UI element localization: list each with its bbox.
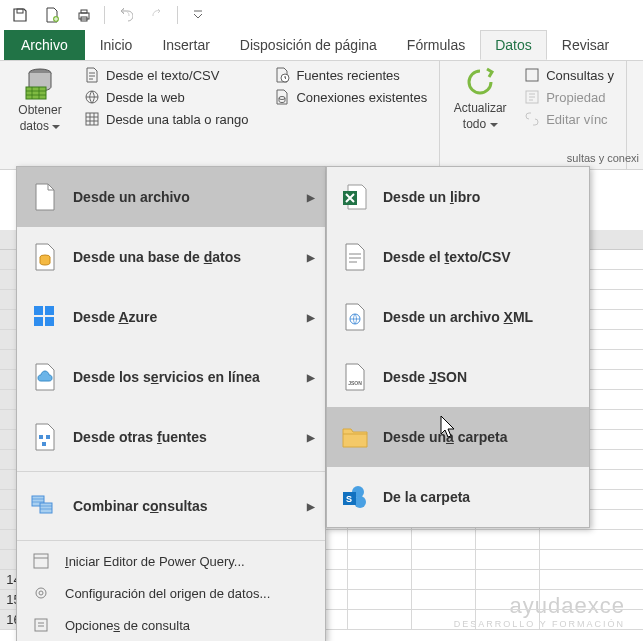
chevron-right-icon: ▶ — [307, 192, 315, 203]
group-queries-connections: Actualizar todo Consultas y Propiedad Ed… — [440, 61, 627, 169]
chevron-down-icon — [193, 10, 203, 20]
properties-button[interactable]: Propiedad — [520, 87, 618, 107]
separator — [104, 6, 105, 24]
excel-file-icon — [341, 183, 369, 211]
menu-data-source-settings[interactable]: Configuración del origen de datos... — [17, 577, 325, 609]
file-text-icon — [84, 67, 100, 83]
redo-button[interactable] — [143, 2, 171, 28]
tab-page-layout[interactable]: Disposición de página — [225, 30, 392, 60]
undo-button[interactable] — [111, 2, 139, 28]
separator — [17, 540, 325, 541]
get-data-shortcuts-2: Fuentes recientes Conexiones existentes — [270, 65, 431, 167]
text-file-icon — [341, 243, 369, 271]
ribbon: Obtener datos Desde el texto/CSV Desde l… — [0, 60, 643, 170]
gear-icon — [31, 583, 51, 603]
from-web-button[interactable]: Desde la web — [80, 87, 252, 107]
menu-from-file[interactable]: Desde un archivo ▶ — [17, 167, 325, 227]
tab-data[interactable]: Datos — [480, 30, 547, 60]
get-data-menu: Desde un archivo ▶ Desde una base de dat… — [16, 166, 326, 641]
group-label: sultas y conexi — [567, 152, 639, 164]
refresh-all-button[interactable]: Actualizar todo — [448, 65, 512, 167]
database-file-icon — [31, 243, 59, 271]
undo-icon — [117, 7, 133, 23]
menu-query-options[interactable]: Opciones de consulta — [17, 609, 325, 641]
svg-rect-19 — [46, 435, 50, 439]
svg-rect-14 — [34, 306, 43, 315]
file-icon — [31, 183, 59, 211]
svg-rect-8 — [86, 113, 98, 125]
pq-editor-icon — [31, 551, 51, 571]
svg-rect-11 — [526, 69, 538, 81]
refresh-icon — [463, 65, 497, 99]
svg-rect-18 — [39, 435, 43, 439]
submenu-from-text-csv[interactable]: Desde el texto/CSV — [327, 227, 589, 287]
submenu-from-folder[interactable]: Desde una carpeta — [327, 407, 589, 467]
menu-launch-pq-editor[interactable]: Iniciar Editor de Power Query... — [17, 545, 325, 577]
quick-print-button[interactable] — [70, 2, 98, 28]
from-table-button[interactable]: Desde una tabla o rango — [80, 109, 252, 129]
other-sources-icon — [31, 423, 59, 451]
queries-icon — [524, 67, 540, 83]
options-icon — [31, 615, 51, 635]
menu-from-other-sources[interactable]: Desde otras fuentes ▶ — [17, 407, 325, 467]
menu-from-database[interactable]: Desde una base de datos ▶ — [17, 227, 325, 287]
customize-qat-button[interactable] — [184, 2, 212, 28]
submenu-from-workbook[interactable]: Desde un libro — [327, 167, 589, 227]
tab-formulas[interactable]: Fórmulas — [392, 30, 480, 60]
chevron-right-icon: ▶ — [307, 372, 315, 383]
svg-point-24 — [36, 588, 46, 598]
get-data-button[interactable]: Obtener datos — [8, 65, 72, 167]
submenu-from-sharepoint-folder[interactable]: S De la carpeta — [327, 467, 589, 527]
from-file-submenu: Desde un libro Desde el texto/CSV Desde … — [326, 166, 590, 528]
separator — [17, 471, 325, 472]
menu-combine-queries[interactable]: Combinar consultas ▶ — [17, 476, 325, 536]
menu-from-azure[interactable]: Desde Azure ▶ — [17, 287, 325, 347]
queries-connections-button[interactable]: Consultas y — [520, 65, 618, 85]
get-data-shortcuts: Desde el texto/CSV Desde la web Desde un… — [80, 65, 252, 167]
existing-connections-button[interactable]: Conexiones existentes — [270, 87, 431, 107]
save-button[interactable] — [6, 2, 34, 28]
svg-rect-3 — [81, 10, 87, 13]
submenu-from-xml[interactable]: Desde un archivo XML — [327, 287, 589, 347]
print-icon — [76, 7, 92, 23]
chevron-right-icon: ▶ — [307, 432, 315, 443]
group-get-transform: Obtener datos Desde el texto/CSV Desde l… — [0, 61, 440, 169]
json-file-icon: JSON — [341, 363, 369, 391]
svg-point-25 — [39, 591, 43, 595]
svg-rect-0 — [17, 9, 23, 13]
svg-rect-16 — [34, 317, 43, 326]
svg-rect-17 — [45, 317, 54, 326]
submenu-from-json[interactable]: JSON Desde JSON — [327, 347, 589, 407]
recent-sources-button[interactable]: Fuentes recientes — [270, 65, 431, 85]
edit-links-icon — [524, 111, 540, 127]
new-file-icon — [44, 7, 60, 23]
quick-access-toolbar — [0, 0, 643, 30]
svg-rect-26 — [35, 619, 47, 631]
edit-links-button[interactable]: Editar vínc — [520, 109, 618, 129]
svg-rect-6 — [26, 87, 46, 99]
azure-icon — [31, 303, 59, 331]
menu-from-online-services[interactable]: Desde los servicios en línea ▶ — [17, 347, 325, 407]
ribbon-tabs: Archivo Inicio Insertar Disposición de p… — [0, 30, 643, 60]
get-data-label-2: datos — [20, 119, 61, 133]
folder-icon — [341, 423, 369, 451]
combine-icon — [31, 492, 59, 520]
database-icon — [22, 65, 58, 101]
properties-icon — [524, 89, 540, 105]
tab-review[interactable]: Revisar — [547, 30, 624, 60]
globe-icon — [84, 89, 100, 105]
chevron-right-icon: ▶ — [307, 501, 315, 512]
new-file-button[interactable] — [38, 2, 66, 28]
svg-rect-15 — [45, 306, 54, 315]
get-data-label-1: Obtener — [18, 103, 61, 117]
save-icon — [12, 7, 28, 23]
tab-file[interactable]: Archivo — [4, 30, 85, 60]
svg-rect-23 — [34, 554, 48, 568]
connections-icon — [274, 89, 290, 105]
svg-point-10 — [279, 97, 285, 100]
tab-insert[interactable]: Insertar — [147, 30, 224, 60]
from-text-csv-button[interactable]: Desde el texto/CSV — [80, 65, 252, 85]
chevron-right-icon: ▶ — [307, 312, 315, 323]
chevron-right-icon: ▶ — [307, 252, 315, 263]
tab-home[interactable]: Inicio — [85, 30, 148, 60]
